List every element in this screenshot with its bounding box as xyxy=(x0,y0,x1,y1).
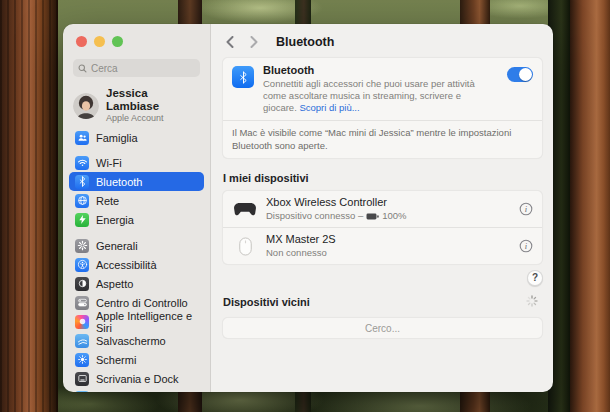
my-devices-header: I miei dispositivi xyxy=(223,172,543,184)
accessibility-icon xyxy=(75,258,89,272)
searching-status: Cerco... xyxy=(365,323,400,334)
avatar xyxy=(73,93,99,119)
bluetooth-pane: Bluetooth Bluetooth Connettiti agli acce… xyxy=(211,24,553,392)
devices-card: Xbox Wireless Controller Dispositivo con… xyxy=(222,190,543,265)
sidebar-item-label: Sfondo xyxy=(96,392,131,393)
description-text: Connettiti agli accessori che puoi usare… xyxy=(263,78,475,113)
sidebar-item-label: Generali xyxy=(96,240,138,252)
settings-sidebar: Jessica Lambiase Apple Account Famiglia … xyxy=(63,24,211,392)
sidebar-group-general: Generali Accessibilità Aspetto xyxy=(63,236,210,392)
sidebar-item-label: Famiglia xyxy=(96,132,138,144)
forward-button[interactable] xyxy=(246,34,262,50)
bluetooth-toggle[interactable] xyxy=(507,67,533,82)
desktop-dock-icon xyxy=(75,372,89,386)
svg-text:i: i xyxy=(525,241,528,251)
bluetooth-icon xyxy=(75,175,89,189)
bluetooth-card-description: Connettiti agli accessori che puoi usare… xyxy=(263,78,495,114)
lightning-icon xyxy=(75,213,89,227)
navigation-bar: Bluetooth xyxy=(222,32,543,52)
device-row-xbox[interactable]: Xbox Wireless Controller Dispositivo con… xyxy=(223,191,542,227)
bluetooth-app-icon xyxy=(232,66,254,88)
back-button[interactable] xyxy=(222,34,238,50)
sidebar-search[interactable] xyxy=(73,59,200,77)
sidebar-item-label: Wi-Fi xyxy=(96,157,122,169)
sidebar-item-wifi[interactable]: Wi-Fi xyxy=(69,153,204,172)
sidebar-item-famiglia[interactable]: Famiglia xyxy=(69,129,204,146)
info-button[interactable]: i xyxy=(519,239,533,253)
device-status: Dispositivo connesso – 100% xyxy=(266,210,519,222)
sidebar-item-sfondo[interactable]: Sfondo xyxy=(69,388,204,392)
screensaver-icon xyxy=(75,334,89,348)
nearby-searching-card: Cerco... xyxy=(222,317,543,339)
sidebar-group-connectivity: Wi-Fi Bluetooth Rete xyxy=(63,153,210,229)
sidebar-item-salvaschermo[interactable]: Salvaschermo xyxy=(69,331,204,350)
display-icon xyxy=(75,353,89,367)
nearby-devices-header-row: Dispositivi vicini xyxy=(223,293,543,311)
globe-icon xyxy=(75,194,89,208)
device-name: MX Master 2S xyxy=(266,233,519,246)
device-name: Xbox Wireless Controller xyxy=(266,196,519,209)
game-controller-icon xyxy=(232,201,258,217)
close-button[interactable] xyxy=(76,36,87,47)
visibility-note: Il Mac è visibile come “Mac mini di Jess… xyxy=(223,121,542,158)
wallpaper-icon xyxy=(75,391,89,393)
svg-text:i: i xyxy=(525,204,528,214)
sidebar-item-label: Rete xyxy=(96,195,119,207)
sidebar-item-label: Schermi xyxy=(96,354,136,366)
help-row: ? xyxy=(222,270,543,286)
sidebar-item-aspetto[interactable]: Aspetto xyxy=(69,274,204,293)
loading-spinner-icon xyxy=(526,293,538,311)
device-row-mx-master[interactable]: MX Master 2S Non connesso i xyxy=(223,228,542,264)
profile-subtitle: Apple Account xyxy=(106,113,202,124)
sidebar-item-energia[interactable]: Energia xyxy=(69,210,204,229)
sidebar-item-label: Aspetto xyxy=(96,278,133,290)
search-input[interactable] xyxy=(91,63,195,74)
sidebar-item-rete[interactable]: Rete xyxy=(69,191,204,210)
info-button[interactable]: i xyxy=(519,202,533,216)
mouse-icon xyxy=(232,237,258,256)
page-title: Bluetooth xyxy=(276,35,334,49)
sidebar-item-label: Apple Intelligence e Siri xyxy=(96,310,204,334)
learn-more-link[interactable]: Scopri di più... xyxy=(299,102,359,113)
desktop: Jessica Lambiase Apple Account Famiglia … xyxy=(0,0,610,412)
sidebar-item-label: Bluetooth xyxy=(96,176,142,188)
device-status: Non connesso xyxy=(266,247,519,259)
status-text: Non connesso xyxy=(266,247,327,259)
wifi-icon xyxy=(75,156,89,170)
search-icon xyxy=(78,59,87,77)
family-icon xyxy=(75,131,89,145)
battery-icon xyxy=(366,213,379,220)
sidebar-item-schermi[interactable]: Schermi xyxy=(69,350,204,369)
sidebar-item-bluetooth[interactable]: Bluetooth xyxy=(69,172,204,191)
sidebar-item-generali[interactable]: Generali xyxy=(69,236,204,255)
system-settings-window: Jessica Lambiase Apple Account Famiglia … xyxy=(63,24,553,392)
gear-icon xyxy=(75,239,89,253)
control-center-icon xyxy=(75,296,89,310)
sidebar-item-label: Centro di Controllo xyxy=(96,297,188,309)
siri-icon xyxy=(75,315,89,329)
sidebar-item-label: Salvaschermo xyxy=(96,335,166,347)
nearby-devices-header: Dispositivi vicini xyxy=(223,296,310,308)
sidebar-item-label: Energia xyxy=(96,214,134,226)
zoom-button[interactable] xyxy=(112,36,123,47)
battery-percent: 100% xyxy=(382,210,406,222)
sidebar-item-apple-intelligence-siri[interactable]: Apple Intelligence e Siri xyxy=(69,312,204,331)
sidebar-item-label: Accessibilità xyxy=(96,259,157,271)
minimize-button[interactable] xyxy=(94,36,105,47)
bluetooth-card: Bluetooth Connettiti agli accessori che … xyxy=(222,57,543,159)
help-button[interactable]: ? xyxy=(527,270,543,286)
apple-account-row[interactable]: Jessica Lambiase Apple Account xyxy=(73,87,202,124)
profile-name: Jessica Lambiase xyxy=(106,87,202,113)
bluetooth-card-title: Bluetooth xyxy=(263,64,499,77)
sidebar-item-label: Scrivania e Dock xyxy=(96,373,179,385)
appearance-icon xyxy=(75,277,89,291)
sidebar-item-accessibilita[interactable]: Accessibilità xyxy=(69,255,204,274)
sidebar-item-scrivania-e-dock[interactable]: Scrivania e Dock xyxy=(69,369,204,388)
window-controls xyxy=(76,36,210,47)
status-text: Dispositivo connesso – xyxy=(266,210,363,222)
